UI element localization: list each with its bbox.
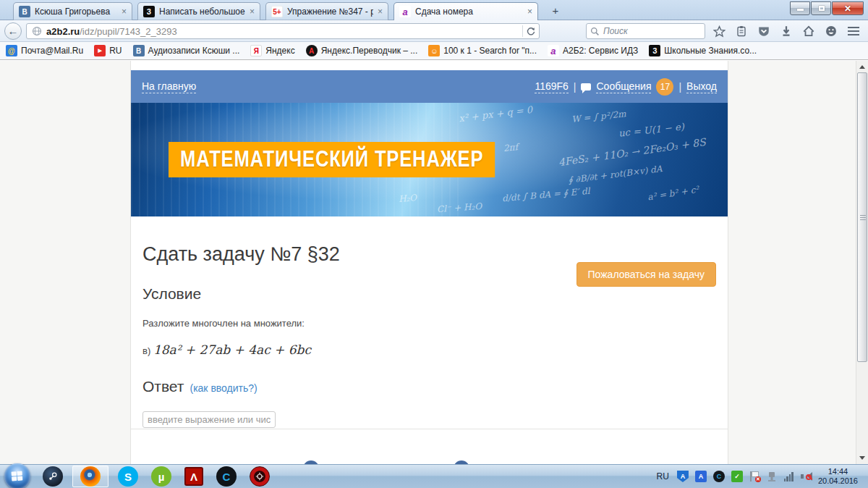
bookmark-mailru[interactable]: @ Почта@Mail.Ru (6, 45, 83, 56)
content-column: На главную 1169F6 | Сообщения 17 | Выход… (130, 61, 728, 464)
minimize-button[interactable] (790, 1, 810, 15)
yandex-icon: Я (250, 45, 262, 56)
tab-close-icon[interactable]: × (250, 7, 255, 17)
banner-formula: Cl⁻ + H₂O (436, 201, 482, 214)
restore-icon (819, 6, 825, 11)
bookmark-label: 100 к 1 - Search for "п... (443, 46, 537, 56)
antivirus-shield-icon[interactable]: A (677, 471, 689, 482)
bookmark-ru[interactable]: ▶ RU (94, 45, 122, 56)
messages-count-badge[interactable]: 17 (656, 78, 673, 96)
bookmark-vk-audio[interactable]: В Аудиозаписи Ксюши ... (133, 45, 240, 56)
banner-formula: 2πf (503, 142, 518, 153)
bookmark-translate[interactable]: А Яндекс.Переводчик – ... (306, 45, 418, 56)
home-link[interactable]: На главную (142, 80, 196, 93)
tab-gramota[interactable]: 5+ Упражнение №347 - русс... × (265, 2, 388, 20)
ccleaner-icon: C (223, 471, 231, 483)
volume-muted-icon[interactable] (800, 471, 812, 482)
browser-tabstrip: В Ксюша Григорьева × З Написать небольшо… (0, 0, 868, 20)
acrobat-icon: Λ (190, 471, 197, 483)
page-viewport: На главную 1169F6 | Сообщения 17 | Выход… (0, 61, 868, 464)
scrollbar-thumb[interactable] (857, 72, 867, 362)
hello-button[interactable] (822, 22, 840, 40)
start-button[interactable] (4, 463, 30, 488)
site-banner: x² + px + q = 0 uc = U(1 − e) 4FeS₂ + 11… (131, 103, 728, 216)
downloads-button[interactable] (778, 22, 795, 40)
tab-znanija[interactable]: З Написать небольшое соч... × (137, 2, 260, 20)
tab-close-icon[interactable]: × (122, 7, 127, 17)
user-code-link[interactable]: 1169F6 (535, 80, 568, 93)
scroll-up-button[interactable] (856, 61, 868, 72)
search-input[interactable] (603, 26, 690, 36)
menu-button[interactable] (845, 22, 862, 40)
steam-taskbar-button[interactable] (43, 466, 63, 487)
tab-vk[interactable]: В Ксюша Григорьева × (13, 2, 132, 20)
task-formula-line: в) 18a² + 27ab + 4ac + 6bc (142, 342, 716, 357)
utorrent-taskbar-button[interactable]: µ (151, 466, 171, 487)
home-button[interactable] (800, 22, 817, 40)
bookmark-label: Школьные Знания.со... (664, 46, 757, 56)
back-arrow-icon: ← (8, 25, 19, 37)
znanija-favicon-icon: З (143, 6, 155, 17)
bookmark-label: RU (109, 46, 122, 56)
task-content: Сдать задачу №7 §32 Условие Пожаловаться… (131, 216, 728, 428)
vk-icon: В (133, 45, 145, 56)
header-separator: | (678, 81, 681, 93)
tab-title: Упражнение №347 - русс... (287, 7, 373, 17)
complain-button[interactable]: Пожаловаться на задачу (576, 262, 716, 287)
firefox-taskbar-button-active[interactable] (72, 466, 109, 487)
yandex-translate-icon: А (306, 45, 318, 56)
back-button[interactable]: ← (4, 22, 22, 40)
a2b2-icon: a (548, 45, 559, 56)
acrobat-taskbar-button[interactable]: Λ (184, 467, 203, 486)
pocket-icon (757, 25, 770, 38)
ccleaner-taskbar-button[interactable]: C (216, 466, 237, 487)
url-bar[interactable]: a2b2.ru/idz/pupil/7143_2_3293 (26, 23, 540, 39)
taskbar-clock[interactable]: 14:44 20.04.2016 (818, 467, 862, 486)
close-button[interactable]: ✕ (832, 1, 864, 15)
taskbar: S µ Λ C RU A A C ✓ ✕ (0, 464, 868, 488)
mailru-icon: @ (6, 45, 17, 56)
vk-favicon-icon: В (19, 6, 30, 17)
globe-icon (32, 26, 42, 36)
skype-taskbar-button[interactable]: S (118, 466, 138, 487)
bookmark-100k1[interactable]: ☺ 100 к 1 - Search for "п... (428, 45, 537, 56)
bookmark-a2b2[interactable]: a А2Б2: Сервис ИДЗ (548, 45, 638, 56)
bookmarks-menu-button[interactable] (733, 22, 750, 40)
blue-a-tray-icon[interactable]: A (695, 471, 707, 482)
header-separator: | (574, 81, 576, 93)
tab-close-icon[interactable]: × (378, 7, 383, 17)
task-formula: 18a² + 27ab + 4ac + 6bc (153, 342, 311, 357)
language-indicator[interactable]: RU (657, 471, 669, 481)
bookmark-znanija[interactable]: З Школьные Знания.со... (649, 45, 757, 56)
action-center-flag-icon[interactable]: ✕ (749, 471, 760, 482)
new-tab-button[interactable]: + (547, 4, 564, 19)
restore-button[interactable] (811, 1, 831, 15)
znanija-icon: З (649, 45, 660, 56)
gear-icon (255, 472, 264, 481)
message-bubble-icon (581, 83, 591, 91)
safely-remove-icon[interactable] (766, 471, 778, 482)
reload-icon[interactable] (526, 26, 536, 36)
driver-booster-taskbar-button[interactable] (250, 466, 270, 487)
logout-link[interactable]: Выход (686, 80, 717, 93)
scrollbar-grip (860, 215, 866, 222)
content-divider (131, 429, 728, 429)
answer-input[interactable] (142, 411, 276, 428)
banner-formula: 4FeS₂ + 11O₂ → 2Fe₂O₃ + 8S (557, 136, 706, 168)
tab-close-icon[interactable]: × (527, 7, 532, 17)
green-check-tray-icon[interactable]: ✓ (731, 471, 743, 482)
banner-formula: uc = U(1 − e) (618, 121, 684, 138)
bookmark-star-button[interactable] (710, 22, 728, 40)
dark-circle-tray-icon[interactable]: C (713, 471, 725, 482)
banner-formula: d/dt ∫ B dA = ∮ E′ dl (502, 186, 590, 204)
scroll-down-button[interactable] (856, 453, 868, 464)
scrollbar[interactable] (856, 61, 868, 464)
messages-link[interactable]: Сообщения (596, 80, 651, 93)
network-signal-icon[interactable] (784, 472, 793, 481)
search-box[interactable] (586, 23, 705, 39)
pocket-button[interactable] (755, 22, 773, 40)
bookmark-yandex[interactable]: Я Яндекс (250, 45, 294, 56)
browser-navbar: ← a2b2.ru/idz/pupil/7143_2_3293 (0, 20, 868, 42)
how-to-enter-link[interactable]: (как вводить?) (190, 382, 257, 394)
tab-a2b2-active[interactable]: a Сдача номера × (393, 2, 538, 20)
